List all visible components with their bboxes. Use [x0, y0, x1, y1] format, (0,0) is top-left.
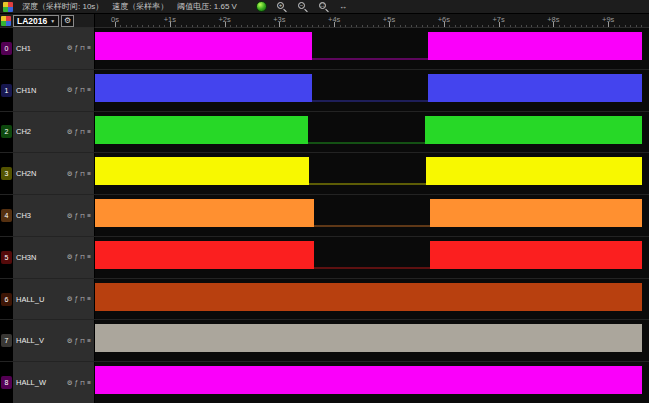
channel-name[interactable]: HALL_W	[16, 378, 46, 387]
channel-name[interactable]: CH3	[16, 211, 31, 220]
channel-index-chip[interactable]: 4	[1, 209, 12, 222]
waveform-segment	[95, 241, 314, 269]
measure-icon[interactable]: ≡	[87, 337, 91, 345]
ruler-minor-tick	[137, 25, 138, 27]
channel-panel: HALL_W⚙ƒ⊓≡	[13, 362, 95, 403]
channel-settings-icon[interactable]: ⚙	[67, 253, 73, 261]
measure-icon[interactable]: ≡	[87, 212, 91, 220]
frequency-icon[interactable]: ƒ	[75, 128, 79, 136]
magnifier-handle	[325, 8, 329, 12]
ruler-minor-tick	[153, 25, 154, 27]
waveform-lane[interactable]	[95, 28, 649, 69]
device-settings-button[interactable]: ⚙	[61, 15, 74, 27]
channel-panel: CH1⚙ƒ⊓≡	[13, 28, 95, 69]
ruler-minor-tick	[570, 25, 571, 27]
channel-index-chip[interactable]: 5	[1, 251, 12, 264]
pulse-icon[interactable]: ⊓	[80, 170, 85, 178]
ruler-minor-tick	[548, 25, 549, 27]
ruler-minor-tick	[301, 25, 302, 27]
frequency-icon[interactable]: ƒ	[75, 212, 79, 220]
waveform-lane[interactable]	[95, 279, 649, 320]
channel-name[interactable]: HALL_U	[16, 295, 44, 304]
channel-name[interactable]: CH1	[16, 44, 31, 53]
channel-index-chip[interactable]: 0	[1, 42, 12, 55]
measure-icon[interactable]: ≡	[87, 128, 91, 136]
channel-settings-icon[interactable]: ⚙	[67, 337, 73, 345]
ruler-minor-tick	[405, 25, 406, 27]
ruler-minor-tick	[581, 25, 582, 27]
device-selector[interactable]: LA2016 ▼	[13, 15, 59, 27]
waveform-lane[interactable]	[95, 362, 649, 403]
zoom-range-icon[interactable]: ↔	[339, 1, 347, 13]
time-ruler[interactable]: 0s+1s+2s+3s+4s+5s+6s+7s+8s+9s	[95, 14, 649, 28]
channel-index-strip: 1	[0, 70, 13, 111]
measure-icon[interactable]: ≡	[87, 295, 91, 303]
threshold-voltage-label: 阈值电压: 1.65 V	[177, 0, 237, 14]
channel-row: 3CH2N⚙ƒ⊓≡	[0, 153, 649, 195]
waveform-segment	[95, 324, 642, 352]
ruler-minor-tick	[192, 25, 193, 27]
ruler-minor-tick	[230, 25, 231, 27]
channel-settings-icon[interactable]: ⚙	[67, 379, 73, 387]
channel-name[interactable]: CH2N	[16, 169, 36, 178]
ruler-minor-tick	[274, 25, 275, 27]
frequency-icon[interactable]: ƒ	[75, 337, 79, 345]
waveform-lane[interactable]	[95, 320, 649, 361]
measure-icon[interactable]: ≡	[87, 379, 91, 387]
ruler-minor-tick	[482, 25, 483, 27]
channel-index-chip[interactable]: 6	[1, 293, 12, 306]
ruler-minor-tick	[203, 25, 204, 27]
channel-icons: ⚙ƒ⊓≡	[67, 128, 91, 136]
channel-name[interactable]: CH1N	[16, 86, 36, 95]
waveform-lane[interactable]	[95, 237, 649, 278]
channel-index-chip[interactable]: 8	[1, 376, 12, 389]
pulse-icon[interactable]: ⊓	[80, 253, 85, 261]
waveform-lane[interactable]	[95, 112, 649, 153]
measure-icon[interactable]: ≡	[87, 44, 91, 52]
pulse-icon[interactable]: ⊓	[80, 128, 85, 136]
measure-icon[interactable]: ≡	[87, 170, 91, 178]
chevron-down-icon: ▼	[50, 18, 55, 24]
waveform-lane[interactable]	[95, 153, 649, 194]
channel-name[interactable]: CH3N	[16, 253, 36, 262]
ruler-minor-tick	[345, 25, 346, 27]
zoom-in-icon[interactable]: +	[276, 1, 288, 13]
ruler-minor-tick	[614, 25, 615, 27]
channel-icons: ⚙ƒ⊓≡	[67, 337, 91, 345]
pulse-icon[interactable]: ⊓	[80, 44, 85, 52]
pulse-icon[interactable]: ⊓	[80, 337, 85, 345]
channel-index-chip[interactable]: 7	[1, 334, 12, 347]
pulse-icon[interactable]: ⊓	[80, 295, 85, 303]
channel-index-chip[interactable]: 3	[1, 167, 12, 180]
channel-settings-icon[interactable]: ⚙	[67, 44, 73, 52]
channel-settings-icon[interactable]: ⚙	[67, 128, 73, 136]
measure-icon[interactable]: ≡	[87, 253, 91, 261]
channel-icons: ⚙ƒ⊓≡	[67, 295, 91, 303]
measure-icon[interactable]: ≡	[87, 86, 91, 94]
channel-index-chip[interactable]: 1	[1, 84, 12, 97]
frequency-icon[interactable]: ƒ	[75, 44, 79, 52]
channel-name[interactable]: HALL_V	[16, 336, 44, 345]
channel-settings-icon[interactable]: ⚙	[67, 170, 73, 178]
pulse-icon[interactable]: ⊓	[80, 86, 85, 94]
ruler-minor-tick	[510, 25, 511, 27]
ruler-minor-tick	[575, 25, 576, 27]
waveform-lane[interactable]	[95, 195, 649, 236]
channel-settings-icon[interactable]: ⚙	[67, 212, 73, 220]
run-button[interactable]	[256, 1, 267, 12]
frequency-icon[interactable]: ƒ	[75, 170, 79, 178]
channel-index-chip[interactable]: 2	[1, 125, 12, 138]
waveform-lane[interactable]	[95, 70, 649, 111]
pulse-icon[interactable]: ⊓	[80, 379, 85, 387]
frequency-icon[interactable]: ƒ	[75, 86, 79, 94]
frequency-icon[interactable]: ƒ	[75, 295, 79, 303]
channel-name[interactable]: CH2	[16, 127, 31, 136]
pulse-icon[interactable]: ⊓	[80, 212, 85, 220]
frequency-icon[interactable]: ƒ	[75, 253, 79, 261]
zoom-fit-icon[interactable]: □	[318, 1, 330, 13]
frequency-icon[interactable]: ƒ	[75, 379, 79, 387]
channel-settings-icon[interactable]: ⚙	[67, 86, 73, 94]
zoom-out-icon[interactable]: −	[297, 1, 309, 13]
ruler-minor-tick	[290, 25, 291, 27]
channel-settings-icon[interactable]: ⚙	[67, 295, 73, 303]
